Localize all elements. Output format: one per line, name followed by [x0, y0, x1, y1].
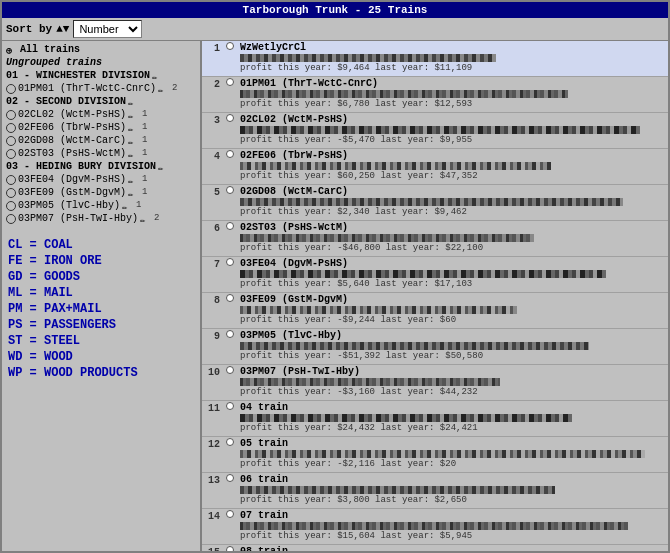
train-bar — [240, 306, 517, 314]
train-name: 03FE09 (GstM-DgvM) — [240, 294, 666, 305]
row-number: 6 — [202, 221, 222, 256]
train-row-content: 02GD08 (WctM-CarC)profit this year: $2,3… — [238, 185, 668, 220]
cargo-PM: PM = PAX+MAIL — [8, 301, 194, 317]
train-bar — [240, 450, 645, 458]
row-controls — [222, 149, 238, 184]
sort-dropdown[interactable]: Number Name Revenue Profit — [73, 20, 142, 38]
train-row[interactable]: 1306 trainprofit this year: $3,800 last … — [202, 473, 668, 509]
row-dot[interactable] — [226, 438, 234, 446]
all-trains-item[interactable]: ⊕ All trains — [4, 43, 198, 56]
train-status-icon — [6, 214, 16, 224]
train-info: profit this year: $6,780 last year: $12,… — [240, 99, 666, 109]
train-row[interactable]: 703FE04 (DgvM-PsHS)profit this year: $5,… — [202, 257, 668, 293]
train-row[interactable]: 201PM01 (ThrT-WctC-CnrC)profit this year… — [202, 77, 668, 113]
train-02cl02[interactable]: 02CL02 (WctM-PsHS) 1 — [4, 108, 198, 121]
train-row[interactable]: 1104 trainprofit this year: $24,432 last… — [202, 401, 668, 437]
division-01[interactable]: 01 - WINCHESTER DIVISION — [4, 69, 198, 82]
row-dot[interactable] — [226, 258, 234, 266]
row-controls — [222, 401, 238, 436]
train-03fe04[interactable]: 03FE04 (DgvM-PsHS) 1 — [4, 173, 198, 186]
cargo-CL: CL = COAL — [8, 237, 194, 253]
train-03fe09-label: 03FE09 (GstM-DgvM) — [18, 186, 126, 199]
edit-icon — [128, 188, 140, 198]
train-02gd08[interactable]: 02GD08 (WctM-CarC) 1 — [4, 134, 198, 147]
edit-icon — [128, 149, 140, 159]
row-dot[interactable] — [226, 42, 234, 50]
cargo-codes-section: CL = COAL FE = IRON ORE GD = GOODS ML = … — [4, 233, 198, 385]
row-dot[interactable] — [226, 186, 234, 194]
train-row-content: WzWetlyCrClprofit this year: $9,464 last… — [238, 41, 668, 76]
train-row-content: 01PM01 (ThrT-WctC-CnrC)profit this year:… — [238, 77, 668, 112]
right-panel: 1WzWetlyCrClprofit this year: $9,464 las… — [202, 41, 668, 551]
train-02fe06[interactable]: 02FE06 (TbrW-PsHS) 1 — [4, 121, 198, 134]
train-row-content: 03FE04 (DgvM-PsHS)profit this year: $5,6… — [238, 257, 668, 292]
train-row[interactable]: 803FE09 (GstM-DgvM)profit this year: -$9… — [202, 293, 668, 329]
title-bar: Tarborough Trunk - 25 Trains — [2, 2, 668, 18]
edit-icon-d01 — [152, 71, 164, 81]
train-count: 1 — [142, 186, 147, 199]
row-controls — [222, 77, 238, 112]
row-number: 12 — [202, 437, 222, 472]
ungrouped-header[interactable]: Ungrouped trains — [4, 56, 198, 69]
train-name: 07 train — [240, 510, 666, 521]
train-row[interactable]: 1205 trainprofit this year: -$2,116 last… — [202, 437, 668, 473]
row-dot[interactable] — [226, 546, 234, 551]
row-dot[interactable] — [226, 150, 234, 158]
row-dot[interactable] — [226, 294, 234, 302]
train-03fe09[interactable]: 03FE09 (GstM-DgvM) 1 — [4, 186, 198, 199]
edit-icon — [140, 214, 152, 224]
row-dot[interactable] — [226, 366, 234, 374]
cargo-WD: WD = WOOD — [8, 349, 194, 365]
row-number: 5 — [202, 185, 222, 220]
train-row-content: 02CL02 (WctM-PsHS)profit this year: -$5,… — [238, 113, 668, 148]
row-dot[interactable] — [226, 222, 234, 230]
row-dot[interactable] — [226, 402, 234, 410]
train-name: 05 train — [240, 438, 666, 449]
train-row[interactable]: 1WzWetlyCrClprofit this year: $9,464 las… — [202, 41, 668, 77]
train-02cl02-label: 02CL02 (WctM-PsHS) — [18, 108, 126, 121]
train-row[interactable]: 402FE06 (TbrW-PsHS)profit this year: $60… — [202, 149, 668, 185]
row-dot[interactable] — [226, 114, 234, 122]
train-bar — [240, 54, 496, 62]
ungrouped-label: Ungrouped trains — [6, 56, 102, 69]
train-info: profit this year: $2,340 last year: $9,4… — [240, 207, 666, 217]
train-02st03[interactable]: 02ST03 (PsHS-WctM) 1 — [4, 147, 198, 160]
row-controls — [222, 473, 238, 508]
row-dot[interactable] — [226, 474, 234, 482]
train-bar — [240, 414, 572, 422]
row-dot[interactable] — [226, 78, 234, 86]
train-row[interactable]: 502GD08 (WctM-CarC)profit this year: $2,… — [202, 185, 668, 221]
row-controls — [222, 41, 238, 76]
train-row[interactable]: 302CL02 (WctM-PsHS)profit this year: -$5… — [202, 113, 668, 149]
train-row[interactable]: 1508 trainprofit this year: $8,750 last … — [202, 545, 668, 551]
train-row-content: 03PM05 (TlvC-Hby)profit this year: -$51,… — [238, 329, 668, 364]
train-row[interactable]: 1003PM07 (PsH-TwI-Hby)profit this year: … — [202, 365, 668, 401]
division-02[interactable]: 02 - SECOND DIVISION — [4, 95, 198, 108]
division-03[interactable]: 03 - HEDING BURY DIVISION — [4, 160, 198, 173]
all-trains-label: All trains — [20, 43, 80, 56]
row-controls — [222, 437, 238, 472]
train-info: profit this year: -$46,800 last year: $2… — [240, 243, 666, 253]
row-controls — [222, 257, 238, 292]
row-dot[interactable] — [226, 330, 234, 338]
train-row[interactable]: 1407 trainprofit this year: $15,604 last… — [202, 509, 668, 545]
row-dot[interactable] — [226, 510, 234, 518]
train-count: 1 — [142, 134, 147, 147]
train-info: profit this year: -$3,160 last year: $44… — [240, 387, 666, 397]
train-bar — [240, 270, 606, 278]
train-03pm05[interactable]: 03PM05 (TlvC-Hby) 1 — [4, 199, 198, 212]
train-03pm07[interactable]: 03PM07 (PsH-TwI-Hby) 2 — [4, 212, 198, 225]
train-name: 03FE04 (DgvM-PsHS) — [240, 258, 666, 269]
train-row-content: 08 trainprofit this year: $8,750 last ye… — [238, 545, 668, 551]
train-03pm07-label: 03PM07 (PsH-TwI-Hby) — [18, 212, 138, 225]
cargo-FE: FE = IRON ORE — [8, 253, 194, 269]
train-01pm01[interactable]: 01PM01 (ThrT-WctC-CnrC) 2 — [4, 82, 198, 95]
train-row-content: 03FE09 (GstM-DgvM)profit this year: -$9,… — [238, 293, 668, 328]
train-01pm01-label: 01PM01 (ThrT-WctC-CnrC) — [18, 82, 156, 95]
train-row-content: 06 trainprofit this year: $3,800 last ye… — [238, 473, 668, 508]
row-number: 8 — [202, 293, 222, 328]
train-row[interactable]: 903PM05 (TlvC-Hby)profit this year: -$51… — [202, 329, 668, 365]
train-row[interactable]: 602ST03 (PsHS-WctM)profit this year: -$4… — [202, 221, 668, 257]
train-info: profit this year: -$5,470 last year: $9,… — [240, 135, 666, 145]
train-bar — [240, 126, 640, 134]
